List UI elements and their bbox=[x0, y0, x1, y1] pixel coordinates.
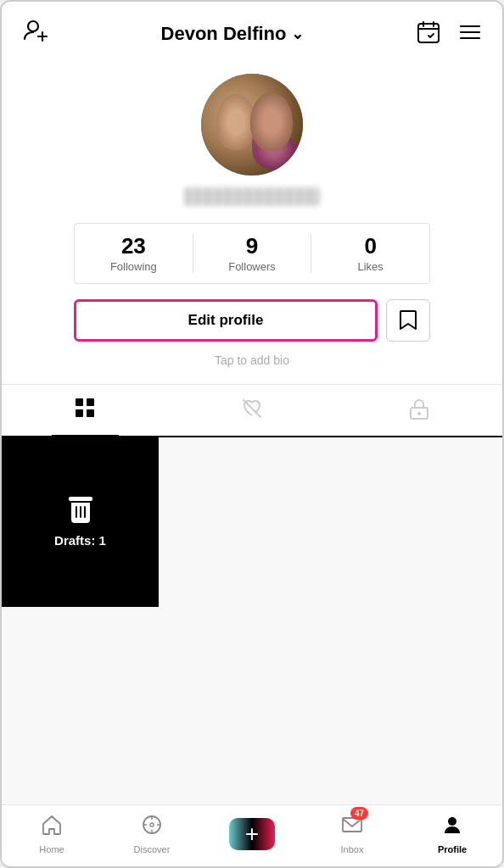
svg-rect-11 bbox=[87, 398, 94, 406]
menu-icon[interactable] bbox=[458, 20, 482, 47]
following-stat[interactable]: 23 Following bbox=[75, 234, 193, 273]
followers-label: Followers bbox=[228, 260, 276, 273]
following-count: 23 bbox=[121, 234, 146, 259]
bottom-nav: Home Discover bbox=[2, 804, 502, 866]
stats-row: 23 Following 9 Followers 0 Likes bbox=[74, 223, 430, 284]
avatar-image bbox=[201, 74, 303, 175]
home-icon bbox=[41, 814, 63, 841]
discover-icon bbox=[141, 814, 163, 841]
inbox-icon-wrapper: 47 bbox=[341, 814, 363, 841]
phone-frame: Devon Delfino ⌄ bbox=[0, 0, 504, 868]
trash-lid bbox=[69, 497, 92, 501]
heart-crossed-icon bbox=[240, 397, 264, 426]
header: Devon Delfino ⌄ bbox=[2, 2, 502, 65]
svg-point-0 bbox=[28, 21, 38, 31]
inbox-icon bbox=[341, 817, 363, 840]
discover-label: Discover bbox=[134, 844, 171, 854]
chevron-down-icon: ⌄ bbox=[291, 25, 304, 43]
header-username: Devon Delfino bbox=[161, 23, 287, 45]
inbox-label: Inbox bbox=[341, 844, 364, 854]
avatar-decoration bbox=[252, 130, 298, 170]
header-actions bbox=[416, 19, 482, 48]
nav-profile[interactable]: Profile bbox=[423, 814, 482, 854]
profile-label: Profile bbox=[438, 844, 467, 854]
username-blurred bbox=[184, 187, 320, 206]
draft-card[interactable]: Drafts: 1 bbox=[2, 437, 159, 607]
lock-icon bbox=[408, 397, 430, 426]
likes-stat[interactable]: 0 Likes bbox=[311, 234, 429, 273]
svg-point-23 bbox=[448, 817, 456, 826]
bio-text[interactable]: Tap to add bio bbox=[215, 353, 289, 367]
svg-point-16 bbox=[417, 412, 421, 415]
nav-discover[interactable]: Discover bbox=[122, 814, 182, 854]
svg-rect-12 bbox=[76, 409, 83, 417]
svg-point-18 bbox=[150, 823, 154, 826]
likes-label: Likes bbox=[358, 260, 384, 273]
username-dropdown[interactable]: Devon Delfino ⌄ bbox=[161, 23, 305, 45]
nav-create[interactable] bbox=[222, 818, 282, 850]
edit-profile-button[interactable]: Edit profile bbox=[74, 299, 378, 342]
profile-section: 23 Following 9 Followers 0 Likes Edit pr… bbox=[2, 65, 502, 384]
svg-rect-13 bbox=[87, 409, 94, 417]
trash-icon bbox=[69, 497, 92, 523]
nav-inbox[interactable]: 47 Inbox bbox=[322, 814, 382, 854]
calendar-icon[interactable] bbox=[416, 19, 441, 48]
tab-liked[interactable] bbox=[169, 397, 336, 436]
svg-rect-10 bbox=[76, 398, 83, 406]
likes-count: 0 bbox=[364, 234, 376, 259]
following-label: Following bbox=[110, 260, 157, 273]
nav-home[interactable]: Home bbox=[22, 814, 81, 854]
followers-count: 9 bbox=[246, 234, 258, 259]
grid-icon bbox=[74, 397, 96, 424]
svg-rect-3 bbox=[418, 24, 439, 42]
inbox-badge: 47 bbox=[350, 807, 368, 820]
draft-label: Drafts: 1 bbox=[54, 533, 106, 548]
tab-private[interactable] bbox=[335, 397, 502, 436]
tab-row bbox=[2, 385, 502, 437]
home-label: Home bbox=[39, 844, 64, 854]
trash-body bbox=[71, 503, 90, 523]
add-friend-icon[interactable] bbox=[22, 17, 49, 50]
followers-stat[interactable]: 9 Followers bbox=[193, 234, 312, 273]
bookmark-button[interactable] bbox=[386, 299, 430, 342]
profile-icon bbox=[441, 814, 463, 841]
avatar[interactable] bbox=[201, 74, 303, 175]
action-row: Edit profile bbox=[74, 299, 430, 342]
content-area: Drafts: 1 bbox=[2, 437, 502, 804]
tab-grid[interactable] bbox=[2, 397, 169, 436]
create-button[interactable] bbox=[229, 818, 275, 850]
